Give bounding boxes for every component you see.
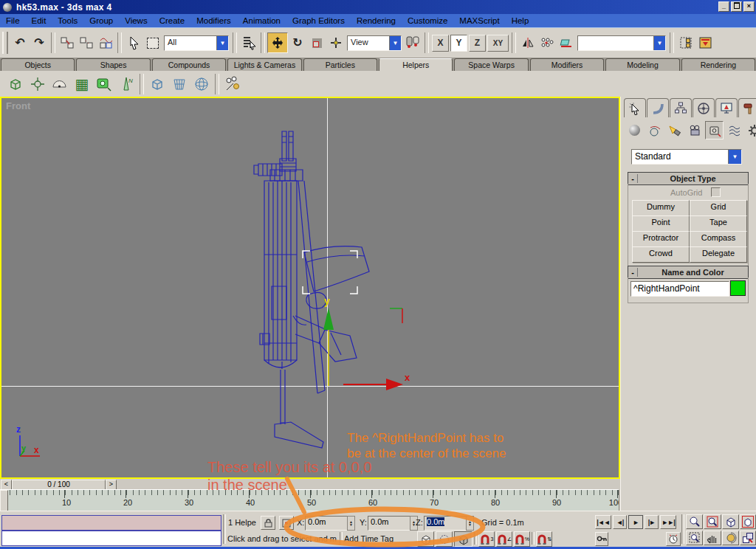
region-zoom-icon[interactable]: [686, 531, 703, 545]
menu-views[interactable]: Views: [119, 15, 153, 26]
selection-filter-dropdown[interactable]: All▼: [162, 33, 230, 52]
menu-modifiers[interactable]: Modifiers: [190, 15, 237, 26]
grid-helper-icon[interactable]: ▦: [71, 74, 93, 94]
zoom-extents-all-icon[interactable]: [740, 514, 756, 529]
viewport-front[interactable]: Front y: [0, 97, 620, 479]
collapse-icon[interactable]: -: [628, 268, 638, 277]
maxscript-listener-white[interactable]: [1, 531, 221, 546]
protractor-helper-icon[interactable]: [49, 74, 71, 94]
restrict-x-button[interactable]: X: [432, 35, 449, 52]
go-to-start-icon[interactable]: |◄◄: [595, 515, 611, 529]
chevron-down-icon[interactable]: ▼: [216, 36, 228, 50]
arc-rotate-icon[interactable]: [722, 531, 739, 545]
spacewarps-category-icon[interactable]: [725, 121, 743, 139]
tab-particles[interactable]: Particles: [303, 58, 377, 71]
tab-create-icon[interactable]: [624, 98, 646, 117]
unlink-icon[interactable]: [77, 32, 96, 53]
z-spinner[interactable]: ▲▼: [466, 516, 474, 531]
snap-angle-icon[interactable]: ∠: [496, 531, 512, 547]
helper-type-dropdown[interactable]: Standard ▼: [631, 149, 742, 165]
point-helper-icon[interactable]: [27, 74, 49, 94]
select-move-icon[interactable]: [267, 32, 288, 53]
play-icon[interactable]: ►: [628, 515, 643, 529]
sphere-gizmo-icon[interactable]: [190, 74, 213, 94]
go-to-end-icon[interactable]: ►►|: [660, 515, 676, 529]
restrict-y-button[interactable]: Y: [450, 35, 467, 52]
link-icon[interactable]: [58, 32, 77, 53]
menu-edit[interactable]: Edit: [26, 15, 52, 26]
tab-rendering[interactable]: Rendering: [681, 58, 755, 71]
select-manipulate-icon[interactable]: [326, 32, 346, 53]
next-frame-icon[interactable]: |►: [645, 515, 659, 529]
min-max-toggle-icon[interactable]: [740, 531, 756, 545]
tab-display-icon[interactable]: [715, 98, 738, 117]
pan-hand-icon[interactable]: [704, 531, 721, 545]
menu-animation[interactable]: Animation: [237, 15, 286, 26]
coord-system-dropdown[interactable]: View▼: [346, 33, 403, 52]
zoom-icon[interactable]: [686, 514, 703, 529]
tab-modifiers[interactable]: Modifiers: [530, 58, 604, 71]
menu-file[interactable]: File: [0, 15, 26, 26]
tab-modify-icon[interactable]: [647, 98, 669, 117]
chevron-down-icon[interactable]: ▼: [653, 36, 665, 50]
restrict-z-button[interactable]: Z: [469, 35, 486, 52]
tape-button[interactable]: Tape: [690, 215, 747, 232]
time-slider[interactable]: 0 / 100: [12, 480, 106, 490]
chevron-down-icon[interactable]: ▼: [728, 150, 741, 164]
collapse-icon[interactable]: -: [628, 174, 638, 183]
schematic-view-icon[interactable]: [676, 32, 695, 53]
grid-button[interactable]: Grid: [690, 200, 747, 216]
add-time-tag[interactable]: Add Time Tag: [344, 534, 394, 543]
tab-objects[interactable]: Objects: [1, 58, 75, 71]
select-rotate-icon[interactable]: ↻: [288, 32, 307, 53]
align-icon[interactable]: [557, 32, 576, 53]
select-scale-icon[interactable]: [307, 32, 326, 53]
tape-helper-icon[interactable]: [93, 74, 115, 94]
menu-group[interactable]: Group: [83, 15, 119, 26]
curve-editor-icon[interactable]: [695, 32, 715, 53]
degradation-override-icon[interactable]: [417, 531, 434, 547]
selection-lock-icon[interactable]: [261, 516, 275, 530]
helpers-category-icon[interactable]: [705, 121, 724, 139]
tab-hierarchy-icon[interactable]: [670, 98, 692, 117]
shapes-category-icon[interactable]: [645, 121, 664, 139]
menu-create[interactable]: Create: [154, 15, 191, 26]
manipulator-helper-icon[interactable]: [221, 74, 244, 94]
frame-back-button[interactable]: <: [1, 480, 12, 490]
x-spinner[interactable]: ▲▼: [347, 516, 355, 531]
z-coord-field[interactable]: 0.0m: [424, 516, 470, 531]
tab-motion-icon[interactable]: [693, 98, 715, 117]
snap-spinner-icon[interactable]: ⇅: [536, 531, 552, 547]
y-coord-field[interactable]: 0.0m: [368, 516, 413, 531]
geometry-category-icon[interactable]: [625, 121, 644, 139]
point-button[interactable]: Point: [632, 215, 690, 232]
trackbar-handle[interactable]: [0, 490, 8, 511]
restrict-xy-button[interactable]: XY: [487, 35, 509, 52]
menu-help[interactable]: Help: [506, 15, 535, 26]
systems-category-icon[interactable]: [745, 121, 756, 139]
close-button[interactable]: ×: [743, 1, 755, 12]
lights-category-icon[interactable]: [665, 121, 684, 139]
object-name-input[interactable]: ^RightHandPoint: [630, 281, 729, 297]
select-by-name-icon[interactable]: [239, 32, 258, 53]
restore-button[interactable]: [731, 1, 742, 12]
menu-tools[interactable]: Tools: [52, 15, 83, 26]
menu-graph-editors[interactable]: Graph Editors: [286, 15, 351, 26]
mirror-icon[interactable]: [518, 32, 537, 53]
track-bar[interactable]: 10 20 30 40 50 60 70 80 90 100: [0, 489, 619, 511]
crossing-cube-icon[interactable]: [454, 531, 472, 547]
tab-modeling[interactable]: Modeling: [605, 58, 679, 71]
tab-helpers[interactable]: Helpers: [379, 58, 453, 71]
selection-region-icon[interactable]: [143, 32, 162, 53]
tab-shapes[interactable]: Shapes: [76, 58, 150, 71]
menu-maxscript[interactable]: MAXScript: [453, 15, 505, 26]
tab-lights-cameras[interactable]: Lights & Cameras: [227, 58, 301, 71]
chevron-down-icon[interactable]: ▼: [389, 36, 401, 50]
minimize-button[interactable]: _: [718, 1, 729, 12]
time-configuration-icon[interactable]: [666, 532, 681, 546]
select-object-icon[interactable]: [124, 32, 143, 53]
tab-compounds[interactable]: Compounds: [152, 58, 226, 71]
dummy-blue-icon[interactable]: [146, 74, 168, 94]
compass-button[interactable]: Compass: [690, 231, 747, 247]
tab-utilities-icon[interactable]: [738, 98, 756, 117]
